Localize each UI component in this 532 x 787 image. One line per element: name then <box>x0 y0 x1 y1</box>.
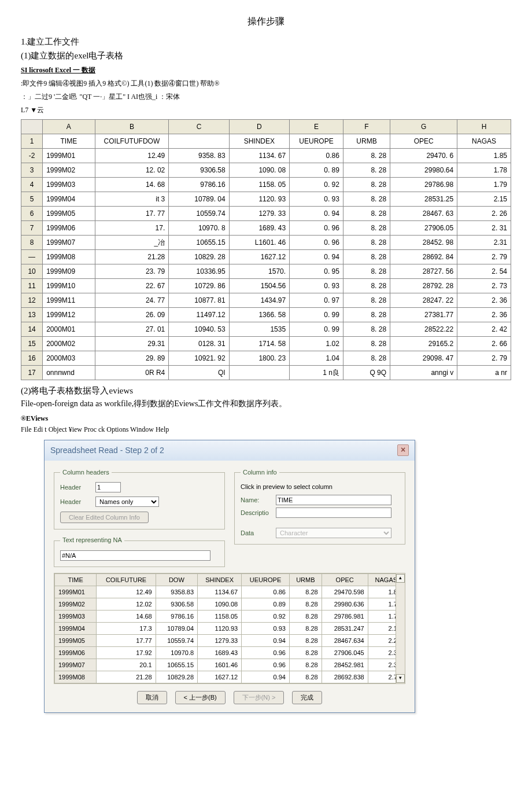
preview-cell[interactable]: 28452.981 <box>322 659 368 671</box>
preview-cell[interactable]: 1134.67 <box>198 586 242 598</box>
cell[interactable]: 2. 79 <box>457 250 511 264</box>
column-desc-input[interactable] <box>276 507 391 518</box>
preview-cell[interactable]: 0.93 <box>242 623 290 635</box>
preview-cell[interactable]: 0.96 <box>242 647 290 659</box>
cell[interactable]: onnnwnd <box>43 366 95 380</box>
preview-col-URMB[interactable]: URMB <box>289 574 322 586</box>
preview-cell[interactable]: 9358.83 <box>156 586 197 598</box>
row-head[interactable]: 3 <box>21 163 43 178</box>
cell[interactable] <box>229 366 289 380</box>
scroll-up-icon[interactable]: ▴ <box>396 574 405 583</box>
preview-cell[interactable]: 29980.636 <box>322 598 368 611</box>
preview-col-TIME[interactable]: TIME <box>55 574 97 586</box>
cell[interactable] <box>169 134 229 149</box>
text-na-input[interactable] <box>60 550 210 561</box>
cell[interactable]: 9306.58 <box>169 163 229 178</box>
cell[interactable]: 27906.05 <box>390 221 457 236</box>
cell[interactable]: 2. 36 <box>457 308 511 322</box>
cell[interactable]: 1999M01 <box>43 149 95 163</box>
col-header-D[interactable]: D <box>229 120 289 134</box>
cell[interactable]: 10655.15 <box>169 236 229 250</box>
cell[interactable]: 17. 77 <box>95 207 169 221</box>
col-header-C[interactable]: C <box>169 120 229 134</box>
cell[interactable]: 1999M08 <box>43 250 95 264</box>
cell[interactable]: 1.04 <box>290 351 343 366</box>
preview-cell[interactable]: 1999M04 <box>55 623 97 635</box>
preview-cell[interactable]: 1999M01 <box>55 586 97 598</box>
preview-cell[interactable]: 1999M05 <box>55 635 97 647</box>
cell[interactable]: 2. 73 <box>457 279 511 293</box>
cell[interactable]: 10336.95 <box>169 264 229 279</box>
header-type-select[interactable]: Names only <box>95 497 159 507</box>
cell[interactable]: 28531.25 <box>390 192 457 207</box>
preview-cell[interactable]: 0.89 <box>242 598 290 611</box>
cell[interactable]: 8. 28 <box>343 163 390 178</box>
preview-cell[interactable]: 1999M02 <box>55 598 97 611</box>
cell[interactable]: 10829. 28 <box>169 250 229 264</box>
cell[interactable]: 0. 99 <box>290 308 343 322</box>
preview-cell[interactable]: 9306.58 <box>156 598 197 611</box>
cell[interactable]: 0R R4 <box>95 366 169 380</box>
cell[interactable]: 17. <box>95 221 169 236</box>
row-head-1[interactable]: 1 <box>21 134 43 149</box>
cell[interactable]: 10970. 8 <box>169 221 229 236</box>
preview-cell[interactable]: 1158.05 <box>198 611 242 623</box>
cell[interactable]: Q 9Q <box>343 366 390 380</box>
cell[interactable]: 1999M11 <box>43 293 95 308</box>
cell[interactable]: 8. 28 <box>343 236 390 250</box>
cell[interactable]: L1601. 46 <box>229 236 289 250</box>
cell[interactable]: SHINDEX <box>229 134 289 149</box>
row-head[interactable]: 5 <box>21 192 43 207</box>
col-header-F[interactable]: F <box>343 120 390 134</box>
preview-cell[interactable]: 28531.247 <box>322 623 368 635</box>
cell[interactable]: 10559.74 <box>169 207 229 221</box>
cell[interactable]: 1999M02 <box>43 163 95 178</box>
cell[interactable]: 9786.16 <box>169 178 229 192</box>
cell[interactable]: 0. 95 <box>290 264 343 279</box>
cell[interactable]: 10921. 92 <box>169 351 229 366</box>
cell[interactable]: 10729. 86 <box>169 279 229 293</box>
preview-cell[interactable]: 17.77 <box>97 635 156 647</box>
cell[interactable]: 1120. 93 <box>229 192 289 207</box>
cell[interactable]: URMB <box>343 134 390 149</box>
cell[interactable]: 1134. 67 <box>229 149 289 163</box>
cell[interactable]: 2000M01 <box>43 322 95 337</box>
preview-cell[interactable]: 29470.598 <box>322 586 368 598</box>
row-head[interactable]: — <box>21 250 43 264</box>
cell[interactable]: 12.49 <box>95 149 169 163</box>
cell[interactable]: 12. 02 <box>95 163 169 178</box>
row-head[interactable]: 17 <box>21 366 43 380</box>
col-header-B[interactable]: B <box>95 120 169 134</box>
cell[interactable]: 1504.56 <box>229 279 289 293</box>
cell[interactable]: 10940. 53 <box>169 322 229 337</box>
cell[interactable]: 1434.97 <box>229 293 289 308</box>
cell[interactable]: 28727. 56 <box>390 264 457 279</box>
preview-col-DOW[interactable]: DOW <box>156 574 197 586</box>
row-head[interactable]: 12 <box>21 293 43 308</box>
cell[interactable]: 1999M05 <box>43 207 95 221</box>
preview-cell[interactable]: 10829.28 <box>156 671 197 683</box>
cell[interactable]: 2. 26 <box>457 207 511 221</box>
cell[interactable]: 2. 66 <box>457 337 511 351</box>
row-head[interactable]: 13 <box>21 308 43 322</box>
preview-col-OPEC[interactable]: OPEC <box>322 574 368 586</box>
cell[interactable]: 1714. 58 <box>229 337 289 351</box>
cell[interactable]: 28522.22 <box>390 322 457 337</box>
preview-cell[interactable]: 28692.838 <box>322 671 368 683</box>
back-button[interactable]: < 上一步(B) <box>175 691 226 704</box>
preview-cell[interactable]: 10789.04 <box>156 623 197 635</box>
row-head[interactable]: 7 <box>21 221 43 236</box>
preview-cell[interactable]: 8.28 <box>289 647 322 659</box>
cell[interactable]: 10789. 04 <box>169 192 229 207</box>
cancel-button[interactable]: 取消 <box>137 691 167 704</box>
preview-cell[interactable]: 29786.981 <box>322 611 368 623</box>
cell[interactable]: 0. 96 <box>290 221 343 236</box>
cell[interactable]: 1535 <box>229 322 289 337</box>
cell[interactable]: 1158. 05 <box>229 178 289 192</box>
cell[interactable]: 2000M02 <box>43 337 95 351</box>
cell[interactable]: 2. 79 <box>457 351 511 366</box>
cell[interactable]: 1689. 43 <box>229 221 289 236</box>
cell[interactable]: 24. 77 <box>95 293 169 308</box>
cell[interactable]: 0. 96 <box>290 236 343 250</box>
preview-cell[interactable]: 8.28 <box>289 635 322 647</box>
